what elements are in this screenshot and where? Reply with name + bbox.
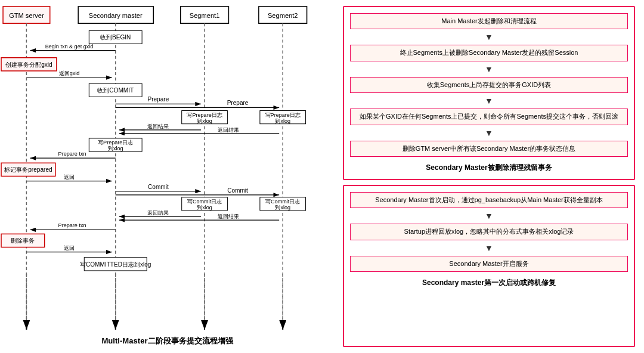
svg-rect-6 bbox=[259, 7, 307, 23]
svg-rect-22 bbox=[89, 83, 142, 97]
arrow-down-5: ▼ bbox=[485, 212, 493, 220]
svg-text:创建事务分配gxid: 创建事务分配gxid bbox=[5, 61, 52, 68]
svg-rect-0 bbox=[3, 7, 50, 23]
flow-box-5: 删除GTM server中所有该Secondary Master的事务状态信息 bbox=[350, 141, 628, 157]
svg-text:返回gxid: 返回gxid bbox=[59, 70, 80, 76]
arrow-down-6: ▼ bbox=[485, 244, 493, 252]
svg-text:GTM server: GTM server bbox=[9, 12, 44, 19]
svg-rect-31 bbox=[260, 111, 306, 124]
svg-rect-2 bbox=[78, 7, 153, 23]
flow-box-1: Main Master发起删除和清理流程 bbox=[350, 13, 628, 29]
right-bottom-section: Secondary Master首次启动，通过pg_basebackup从Mai… bbox=[343, 185, 635, 347]
svg-text:Prepare: Prepare bbox=[147, 96, 169, 103]
svg-text:收到COMMIT: 收到COMMIT bbox=[97, 87, 134, 94]
right-top-section: Main Master发起删除和清理流程 ▼ 终止Segments上被删除Sec… bbox=[343, 6, 635, 180]
flow-box-7: Startup进程回放xlog，忽略其中的分布式事务相关xlog记录 bbox=[350, 224, 628, 240]
svg-rect-18 bbox=[1, 58, 57, 71]
flow-box-4: 如果某个GXID在任何Segments上已提交，则命令所有Segments提交这… bbox=[350, 109, 628, 125]
svg-rect-38 bbox=[89, 138, 142, 151]
svg-text:写Commit日志: 写Commit日志 bbox=[187, 199, 222, 205]
svg-text:Prepare: Prepare bbox=[227, 100, 249, 106]
svg-text:返回结果: 返回结果 bbox=[218, 213, 239, 219]
arrow-down-3: ▼ bbox=[485, 97, 493, 105]
svg-text:标记事务prepared: 标记事务prepared bbox=[4, 166, 52, 173]
svg-text:写Prepare日志: 写Prepare日志 bbox=[265, 112, 301, 118]
svg-text:写COMMITTED日志到xlog: 写COMMITTED日志到xlog bbox=[80, 261, 151, 268]
svg-text:Prepare txn: Prepare txn bbox=[58, 151, 86, 157]
svg-text:到xlog: 到xlog bbox=[275, 205, 290, 210]
right-panel: Main Master发起删除和清理流程 ▼ 终止Segments上被删除Sec… bbox=[334, 0, 644, 353]
arrow-down-1: ▼ bbox=[485, 33, 493, 41]
svg-text:到xlog: 到xlog bbox=[108, 145, 123, 151]
left-panel: GTM server Secondary master Segment1 Seg… bbox=[0, 0, 334, 353]
flow-box-8: Secondary Master开启服务 bbox=[350, 256, 628, 272]
flow-box-3: 收集Segments上尚存提交的事务GXID列表 bbox=[350, 77, 628, 93]
svg-rect-51 bbox=[182, 197, 228, 210]
svg-text:写Prepare日志: 写Prepare日志 bbox=[98, 140, 133, 145]
svg-rect-43 bbox=[1, 163, 55, 176]
svg-text:写Commit日志: 写Commit日志 bbox=[265, 199, 300, 205]
svg-text:返回结果: 返回结果 bbox=[147, 123, 169, 129]
svg-text:返回结果: 返回结果 bbox=[218, 127, 239, 133]
arrow-down-2: ▼ bbox=[485, 65, 493, 73]
svg-text:删除事务: 删除事务 bbox=[11, 237, 35, 244]
svg-text:Secondary master: Secondary master bbox=[89, 12, 143, 19]
svg-text:写Prepare日志: 写Prepare日志 bbox=[187, 112, 222, 118]
svg-text:Multi-Master二阶段事务提交流程增强: Multi-Master二阶段事务提交流程增强 bbox=[101, 336, 233, 345]
svg-rect-4 bbox=[181, 7, 229, 23]
svg-text:返回结果: 返回结果 bbox=[147, 210, 169, 216]
svg-rect-67 bbox=[84, 258, 147, 271]
svg-text:Segment2: Segment2 bbox=[268, 12, 298, 19]
svg-text:到xlog: 到xlog bbox=[197, 205, 212, 210]
svg-text:Segment1: Segment1 bbox=[190, 12, 220, 19]
svg-text:到xlog: 到xlog bbox=[275, 118, 290, 124]
svg-text:Commit: Commit bbox=[227, 187, 248, 194]
bottom-section-title: Secondary master第一次启动或跨机修复 bbox=[422, 278, 556, 288]
flow-box-2: 终止Segments上被删除Secondary Master发起的残留Sessi… bbox=[350, 45, 628, 61]
svg-text:Begin txn & get gxid: Begin txn & get gxid bbox=[45, 44, 94, 49]
top-section-title: Secondary Master被删除清理残留事务 bbox=[426, 163, 552, 173]
svg-rect-28 bbox=[182, 111, 228, 124]
svg-rect-14 bbox=[89, 30, 142, 44]
svg-text:Prepare txn: Prepare txn bbox=[58, 222, 86, 228]
flow-box-6: Secondary Master首次启动，通过pg_basebackup从Mai… bbox=[350, 192, 628, 208]
svg-text:返回: 返回 bbox=[64, 174, 75, 180]
sequence-diagram-svg: GTM server Secondary master Segment1 Seg… bbox=[0, 0, 334, 353]
svg-rect-54 bbox=[260, 197, 306, 210]
svg-text:返回: 返回 bbox=[64, 245, 75, 251]
svg-text:收到BEGIN: 收到BEGIN bbox=[100, 34, 131, 41]
svg-text:Commit: Commit bbox=[148, 184, 169, 190]
svg-text:到xlog: 到xlog bbox=[197, 118, 212, 124]
arrow-down-4: ▼ bbox=[485, 129, 493, 137]
svg-rect-63 bbox=[1, 234, 45, 247]
